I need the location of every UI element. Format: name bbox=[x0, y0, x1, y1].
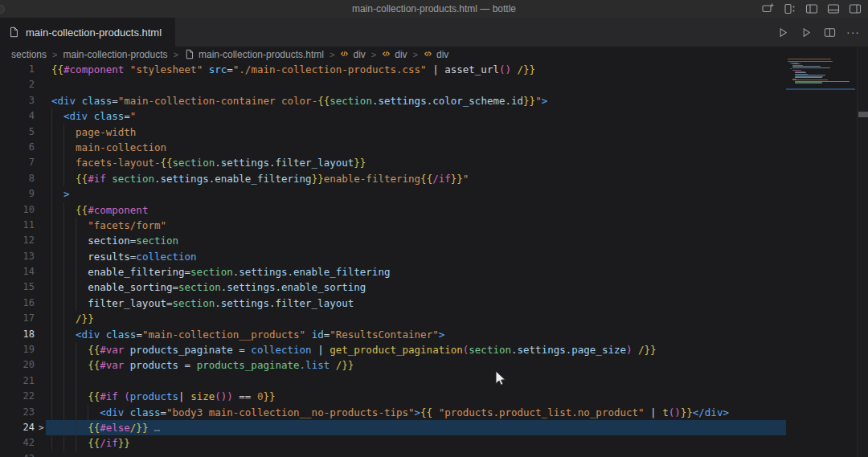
line-number[interactable]: 15 bbox=[0, 280, 35, 295]
breadcrumb-item[interactable]: div bbox=[382, 49, 407, 60]
symbol-icon bbox=[382, 50, 391, 59]
line-number[interactable]: 19 bbox=[0, 342, 35, 357]
run-icon[interactable] bbox=[776, 26, 789, 39]
line-number[interactable]: 16 bbox=[0, 296, 35, 311]
line-number[interactable]: 11 bbox=[0, 218, 35, 233]
code-token bbox=[633, 344, 639, 356]
code-line[interactable]: 11"facets/form" bbox=[0, 218, 786, 233]
code-line[interactable]: 10{{#component bbox=[0, 202, 786, 218]
line-number[interactable]: 7 bbox=[0, 155, 35, 170]
indent-guide bbox=[63, 311, 76, 326]
breadcrumb-separator-icon: > bbox=[174, 50, 178, 59]
indent-guide bbox=[63, 420, 76, 435]
code-line[interactable]: 12section=section bbox=[0, 233, 786, 248]
breadcrumb-item[interactable]: div bbox=[340, 49, 365, 60]
code-token: section bbox=[173, 297, 215, 309]
code-line[interactable]: 24>{{#else/}}… bbox=[0, 420, 786, 435]
code-line[interactable]: 19{{#var products_paginate = collection … bbox=[0, 342, 786, 357]
code-line[interactable]: 20{{#var products = products_paginate.li… bbox=[0, 357, 786, 373]
code-line[interactable]: 15enable_sorting=section.settings.enable… bbox=[0, 280, 786, 295]
code-token: {{ bbox=[88, 359, 100, 371]
code-line[interactable]: 2 bbox=[0, 77, 786, 92]
line-number[interactable]: 23 bbox=[0, 405, 35, 420]
fold-chevron-icon[interactable]: > bbox=[39, 420, 44, 435]
line-number[interactable]: 1 bbox=[0, 62, 35, 77]
tab-main-collection-products[interactable]: main-collection-products.html bbox=[0, 18, 175, 47]
line-number[interactable]: 13 bbox=[0, 249, 35, 264]
code-line[interactable]: 9> bbox=[0, 186, 786, 202]
code-line[interactable]: 13results=collection bbox=[0, 249, 786, 264]
line-number[interactable]: 8 bbox=[0, 171, 35, 186]
indent-guide bbox=[76, 264, 88, 280]
line-number[interactable]: 42 bbox=[0, 435, 35, 451]
code-line[interactable]: 14enable_filtering=section.settings.enab… bbox=[0, 264, 786, 280]
code-line[interactable]: 16filter_layout=section.settings.filter_… bbox=[0, 296, 786, 311]
line-number[interactable]: 3 bbox=[0, 93, 35, 108]
line-number[interactable]: 6 bbox=[0, 140, 35, 155]
code-token: get_product_pagination bbox=[330, 344, 463, 356]
panel-left-icon[interactable] bbox=[805, 2, 818, 15]
line-number[interactable]: 24 bbox=[0, 420, 35, 435]
panel-bottom-icon[interactable] bbox=[827, 2, 840, 15]
code-line[interactable]: 5page-width bbox=[0, 124, 786, 140]
indent-guide bbox=[51, 155, 63, 170]
code-line[interactable]: 3<div class="main-collection-container c… bbox=[0, 93, 786, 108]
line-number[interactable]: 22 bbox=[0, 389, 35, 404]
line-number[interactable]: 10 bbox=[0, 202, 35, 218]
line-number[interactable]: 2 bbox=[0, 77, 35, 92]
code-token: = bbox=[178, 359, 197, 371]
title-bar: main-collection-products.html — bottle bbox=[0, 0, 868, 18]
code-line[interactable]: 42{{/if}} bbox=[0, 435, 786, 451]
breadcrumb-item[interactable]: main-collection-products.html bbox=[184, 49, 324, 60]
line-number[interactable]: 43 bbox=[0, 451, 35, 457]
screen-share-icon[interactable] bbox=[762, 2, 775, 15]
vertical-scrollbar[interactable] bbox=[857, 47, 868, 457]
code-token: }} bbox=[354, 157, 366, 169]
indent-guide bbox=[63, 296, 76, 311]
window-control-icon[interactable] bbox=[0, 5, 5, 14]
code-line[interactable]: 21 bbox=[0, 373, 786, 389]
code-line[interactable]: 22{{#if (products| size()) == 0}} bbox=[0, 389, 786, 404]
more-icon[interactable]: ··· bbox=[846, 26, 860, 39]
code-line[interactable]: 17/}} bbox=[0, 311, 786, 326]
indent-guide bbox=[51, 405, 63, 420]
line-number[interactable]: 20 bbox=[0, 357, 35, 373]
breadcrumb-item[interactable]: main-collection-products bbox=[63, 49, 167, 60]
folded-code-ellipsis[interactable]: … bbox=[154, 422, 161, 434]
run-alt-icon[interactable] bbox=[800, 26, 813, 39]
code-token bbox=[305, 328, 312, 341]
line-number[interactable]: 18 bbox=[0, 327, 35, 342]
code-line[interactable]: 4<div class=" bbox=[0, 108, 786, 124]
breadcrumb-item[interactable]: div bbox=[424, 49, 448, 60]
split-pane-icon[interactable] bbox=[823, 26, 836, 39]
line-number[interactable]: 17 bbox=[0, 311, 35, 326]
code-token: }} bbox=[312, 173, 324, 185]
line-number[interactable]: 12 bbox=[0, 233, 35, 248]
code-line[interactable]: 18<div class="main-collection__products"… bbox=[0, 327, 786, 342]
code-token: section bbox=[330, 95, 372, 107]
code-line[interactable]: 6main-collection bbox=[0, 140, 786, 155]
line-number[interactable]: 9 bbox=[0, 186, 35, 202]
line-number[interactable]: 5 bbox=[0, 124, 35, 140]
scrollbar-thumb[interactable] bbox=[858, 112, 868, 117]
minimap[interactable] bbox=[786, 47, 857, 457]
code-token: asset_url bbox=[444, 63, 499, 75]
panel-right-icon[interactable] bbox=[849, 2, 862, 15]
line-number[interactable]: 14 bbox=[0, 264, 35, 280]
code-token: section bbox=[173, 157, 215, 169]
code-editor[interactable]: 1{{#component "stylesheet" src="./main-c… bbox=[0, 62, 786, 457]
code-line[interactable]: 8{{#if section.settings.enable_filtering… bbox=[0, 171, 786, 186]
code-line[interactable]: 7facets-layout-{{section.settings.filter… bbox=[0, 155, 786, 170]
line-number[interactable]: 4 bbox=[0, 108, 35, 124]
line-number[interactable]: 21 bbox=[0, 373, 35, 389]
code-line[interactable]: 1{{#component "stylesheet" src="./main-c… bbox=[0, 62, 786, 77]
breadcrumb-item[interactable]: sections bbox=[11, 49, 47, 60]
indent-guide bbox=[51, 233, 63, 248]
assistant-panel-icon[interactable] bbox=[784, 2, 796, 15]
code-token: /}} bbox=[518, 63, 536, 75]
file-icon bbox=[184, 49, 194, 59]
code-line[interactable]: 23<div class="body3 main-collection__no-… bbox=[0, 405, 786, 420]
code-line[interactable]: 43 bbox=[0, 451, 786, 457]
indent-guide bbox=[63, 155, 76, 170]
code-token: " bbox=[463, 173, 469, 185]
